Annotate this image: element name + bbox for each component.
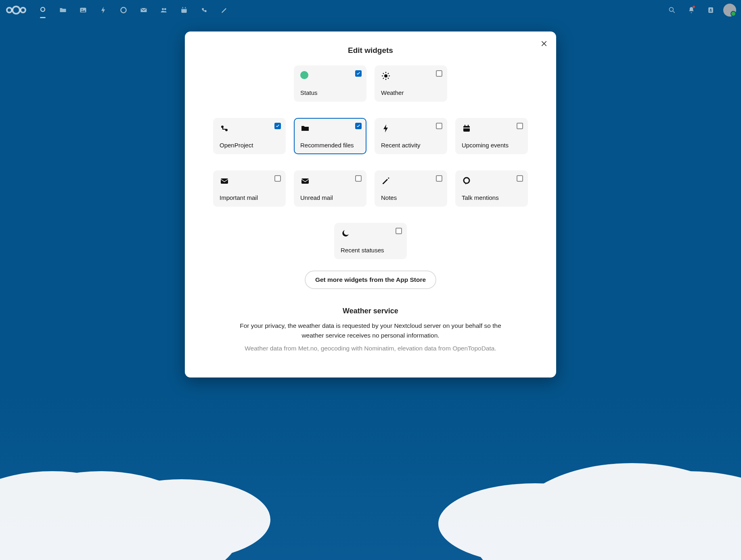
edit-widgets-modal: Edit widgets Status Weather OpenProject: [185, 31, 556, 378]
checkbox-unchecked[interactable]: [396, 228, 402, 234]
openproject-icon: [220, 124, 229, 133]
widget-recommended-files[interactable]: Recommended files: [294, 118, 366, 154]
widget-recent-activity[interactable]: Recent activity: [375, 118, 447, 154]
checkbox-checked[interactable]: [274, 123, 281, 129]
modal-backdrop: Edit widgets Status Weather OpenProject: [0, 0, 741, 560]
checkbox-unchecked[interactable]: [274, 175, 281, 182]
talk-icon: [462, 176, 471, 186]
widget-unread-mail[interactable]: Unread mail: [294, 170, 366, 207]
widget-grid: Status Weather OpenProject Recommended f…: [197, 65, 544, 259]
checkbox-checked[interactable]: [355, 70, 362, 77]
widget-upcoming-events[interactable]: Upcoming events: [455, 118, 528, 154]
pencil-icon: [381, 176, 391, 186]
checkbox-unchecked[interactable]: [355, 175, 362, 182]
svg-point-16: [384, 74, 387, 78]
checkbox-unchecked[interactable]: [517, 175, 523, 182]
moon-icon: [341, 229, 350, 238]
widget-label: Important mail: [220, 194, 279, 201]
checkbox-unchecked[interactable]: [436, 175, 442, 182]
modal-title: Edit widgets: [197, 46, 544, 55]
widget-label: Unread mail: [300, 194, 360, 201]
svg-rect-17: [463, 126, 470, 132]
widget-label: OpenProject: [220, 142, 279, 149]
widget-label: Weather: [381, 89, 441, 96]
widget-status[interactable]: Status: [294, 65, 366, 102]
widget-recent-statuses[interactable]: Recent statuses: [334, 223, 407, 259]
widget-label: Upcoming events: [462, 142, 521, 149]
checkbox-unchecked[interactable]: [517, 123, 523, 129]
widget-label: Status: [300, 89, 360, 96]
widget-weather[interactable]: Weather: [375, 65, 447, 102]
sun-icon: [381, 71, 391, 81]
activity-icon: [381, 124, 391, 133]
widget-label: Recent activity: [381, 142, 441, 149]
weather-service-description: For your privacy, the weather data is re…: [237, 321, 504, 340]
widget-label: Recent statuses: [341, 247, 400, 254]
widget-openproject[interactable]: OpenProject: [213, 118, 286, 154]
mail-icon: [220, 176, 229, 186]
svg-rect-22: [301, 178, 309, 184]
widget-label: Recommended files: [300, 142, 360, 149]
folder-icon: [300, 124, 310, 133]
svg-rect-18: [465, 125, 465, 127]
mail-icon: [300, 176, 310, 186]
weather-service-attribution: Weather data from Met.no, geocoding with…: [197, 344, 544, 353]
svg-rect-20: [463, 128, 470, 128]
widget-important-mail[interactable]: Important mail: [213, 170, 286, 207]
calendar-icon: [462, 124, 471, 133]
widget-label: Talk mentions: [462, 194, 521, 201]
status-dot-icon: [300, 71, 308, 79]
close-button[interactable]: [538, 38, 550, 49]
weather-service-title: Weather service: [197, 307, 544, 315]
get-more-widgets-button[interactable]: Get more widgets from the App Store: [305, 271, 436, 289]
checkbox-checked[interactable]: [355, 123, 362, 129]
widget-label: Notes: [381, 194, 441, 201]
checkbox-unchecked[interactable]: [436, 70, 442, 77]
widget-notes[interactable]: Notes: [375, 170, 447, 207]
svg-point-23: [464, 178, 469, 183]
svg-rect-21: [221, 178, 228, 184]
svg-rect-19: [468, 125, 469, 127]
widget-talk-mentions[interactable]: Talk mentions: [455, 170, 528, 207]
checkbox-unchecked[interactable]: [436, 123, 442, 129]
